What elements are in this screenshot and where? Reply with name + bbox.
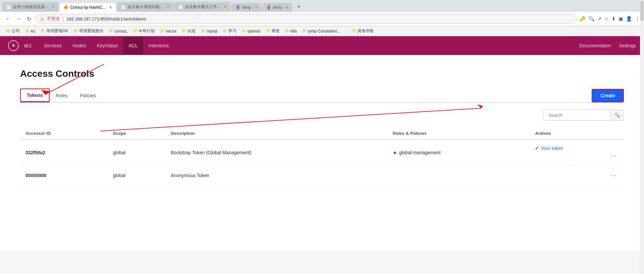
profile-icon[interactable]: 👤 [626, 16, 632, 22]
browser-tab-4[interactable]: 📄 会议备办重点工作... ✕ [174, 2, 231, 12]
cell-scope-2: global [107, 166, 165, 185]
cell-actions-2: ⋯ [530, 166, 624, 185]
tab-close-1[interactable]: ✕ [52, 5, 55, 9]
tab-close-6[interactable]: ✕ [285, 5, 288, 10]
scrollbar-thumb [640, 1, 644, 21]
more-actions-button-1[interactable]: ⋯ [608, 151, 619, 160]
bookmark-jinnianjh[interactable]: 📁 今年计划 [131, 28, 157, 35]
acl-tabs-row: Tokens Roles Policies Create [20, 89, 624, 103]
more-actions-button-2[interactable]: ⋯ [608, 171, 619, 180]
bookmark-es[interactable]: 📁 es [23, 28, 37, 34]
cell-actions-1: ✔ Your token ⋯ [530, 140, 624, 166]
tab-close-2[interactable]: ✕ [109, 5, 112, 10]
your-token-badge: ✔ Your token [535, 145, 619, 151]
tab-favicon-3: 📄 [121, 5, 125, 9]
browser-tab-6[interactable]: 🔮 temp ✕ [262, 3, 292, 12]
nav-link-nodes[interactable]: Nodes [67, 37, 91, 54]
menu-icon[interactable]: ⋮ [635, 16, 640, 22]
scrollbar[interactable] [640, 0, 644, 251]
nav-link-keyvalue[interactable]: Key/Value [92, 37, 123, 54]
search-icon-button[interactable]: 🔍 [611, 110, 624, 120]
cell-roles-policies-2 [387, 166, 530, 185]
bookmark-vue[interactable]: 📁 VUE [180, 28, 198, 34]
browser-tab-3[interactable]: 📄 会议备办系统问题... ✕ [117, 2, 173, 12]
address-input[interactable]: ⚠ 不安全 | 192.168.187.171:8500/ui/dc1/acls… [35, 14, 577, 24]
nav-link-acl[interactable]: ACL [123, 37, 143, 54]
address-bar: ← → ↻ ⚠ 不安全 | 192.168.187.171:8500/ui/dc… [0, 12, 644, 26]
back-button[interactable]: ← [4, 15, 12, 22]
bookmark-icon[interactable]: ☆ [604, 16, 609, 22]
col-header-actions: Actions [530, 127, 624, 140]
address-icons: 🔑 🔍 ↗ ☆ ⬇ ▣ 👤 ⋮ [579, 16, 640, 22]
new-tab-button[interactable]: + [294, 2, 303, 12]
bookmark-jump[interactable]: 📁 jump Consistent... [300, 28, 342, 34]
bookmark-other[interactable]: 📁 其他书签 [350, 28, 376, 35]
zoom-icon[interactable]: 🔍 [588, 16, 595, 22]
table-header: Accessor ID Scope Description Roles & Po… [20, 127, 624, 140]
bookmark-huarun-ban[interactable]: 📁 华润置地督办 [71, 28, 105, 35]
tab-favicon-4: 📄 [178, 5, 183, 9]
nav-settings[interactable]: Settings [619, 43, 636, 48]
search-row: 🔍 [20, 110, 624, 121]
consul-navbar: ✦ dc1 Services Nodes Key/Value ACL Inten… [0, 36, 644, 55]
bookmark-openss[interactable]: 📁 openss [240, 28, 263, 34]
tab-title-2: Consul by HashiC... [70, 5, 106, 10]
bookmark-k8s[interactable]: 📁 k8s [283, 28, 299, 34]
bookmark-gongsi[interactable]: 📁 公司 [4, 28, 22, 35]
tab-title-5: temp [242, 5, 251, 10]
share-icon[interactable]: ↗ [597, 16, 602, 22]
cell-accessor-id-1: 332f50a2 [20, 140, 107, 166]
tokens-tab-highlight: Tokens [20, 89, 50, 102]
bookmark-mysql[interactable]: 📁 mysql [199, 28, 219, 34]
page-title: Access Controls [20, 68, 624, 79]
check-icon: ✔ [535, 145, 539, 151]
table-row: 332f50a2 global Bootstrap Token (Global … [20, 140, 624, 166]
download-icon[interactable]: ⬇ [611, 16, 616, 22]
tab-title-1: 运维小姐姐说这篇... [13, 4, 48, 10]
bookmarks-bar: 📁 公司 📁 es 📁 华润置地OA 📁 华润置地督办 📁 consuL 📁 今… [0, 26, 644, 36]
consul-logo: ✦ [8, 40, 19, 51]
policy-name-1: global-management [399, 150, 441, 155]
tab-roles[interactable]: Roles [50, 90, 74, 102]
your-token-label: Your token [541, 146, 563, 151]
main-content: Access Controls Tokens Roles Policies Cr… [0, 55, 644, 250]
search-input[interactable] [544, 110, 611, 120]
browser-tab-2[interactable]: 🔶 Consul by HashiC... ✕ [59, 3, 116, 12]
cell-description-2: Anonymous Token [165, 166, 387, 185]
col-header-scope: Scope [107, 127, 165, 140]
bookmark-yanfa[interactable]: 📁 研发 [264, 28, 282, 35]
reload-button[interactable]: ↻ [25, 15, 33, 23]
bookmark-nacos[interactable]: 📁 nacos [158, 28, 178, 34]
nav-datacenter[interactable]: dc1 [24, 43, 32, 48]
tab-favicon-1: 📄 [6, 5, 11, 9]
address-separator: | [63, 16, 64, 21]
browser-tab-1[interactable]: 📄 运维小姐姐说这篇... ✕ [2, 2, 59, 12]
nav-documentation[interactable]: Documentation [579, 43, 611, 48]
nav-link-intentions[interactable]: Intentions [143, 37, 174, 54]
create-button[interactable]: Create [592, 89, 624, 102]
nav-link-services[interactable]: Services [39, 37, 67, 54]
table-row: 00000000 global Anonymous Token ⋯ [20, 166, 624, 185]
tab-close-3[interactable]: ✕ [166, 5, 169, 9]
tab-tokens[interactable]: Tokens [21, 89, 49, 102]
tab-favicon-5: 🔮 [235, 5, 240, 10]
key-icon: 🔑 [579, 16, 586, 22]
tab-title-4: 会议备办重点工作... [185, 4, 220, 10]
bookmark-huarun-oa[interactable]: 📁 华润置地OA [39, 28, 70, 35]
table-body: 332f50a2 global Bootstrap Token (Global … [20, 140, 624, 185]
bookmark-consul[interactable]: 📁 consuL [107, 28, 129, 34]
layout-icon[interactable]: ▣ [619, 16, 623, 22]
browser-tab-5[interactable]: 🔮 temp ✕ [231, 3, 262, 12]
tab-close-4[interactable]: ✕ [224, 5, 227, 9]
svg-marker-3 [477, 104, 483, 108]
forward-button[interactable]: → [15, 15, 23, 22]
tab-favicon-2: 🔶 [63, 5, 68, 10]
cell-scope-1: global [107, 140, 165, 166]
cell-description-1: Bootstrap Token (Global Management) [165, 140, 387, 166]
search-box: 🔍 [543, 110, 624, 121]
tab-close-5[interactable]: ✕ [255, 5, 258, 10]
cell-accessor-id-2: 00000000 [20, 166, 107, 185]
bookmark-xuexi[interactable]: 📁 学习 [221, 28, 238, 35]
tab-policies[interactable]: Policies [74, 90, 102, 102]
create-button-wrap: Create [592, 89, 624, 102]
